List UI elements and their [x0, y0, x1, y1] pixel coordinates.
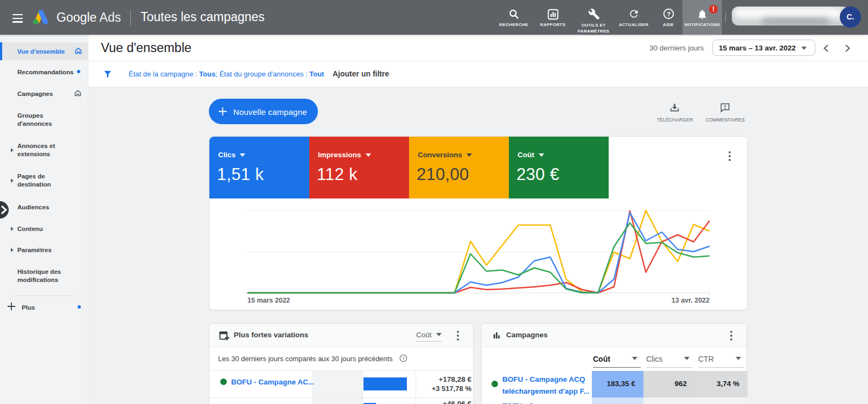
svg-text:?: ?	[667, 10, 671, 18]
svg-text:13 avr. 2022: 13 avr. 2022	[672, 297, 710, 304]
svg-text:?: ?	[402, 356, 405, 361]
svg-text:15 mars 2022: 15 mars 2022	[247, 297, 290, 304]
